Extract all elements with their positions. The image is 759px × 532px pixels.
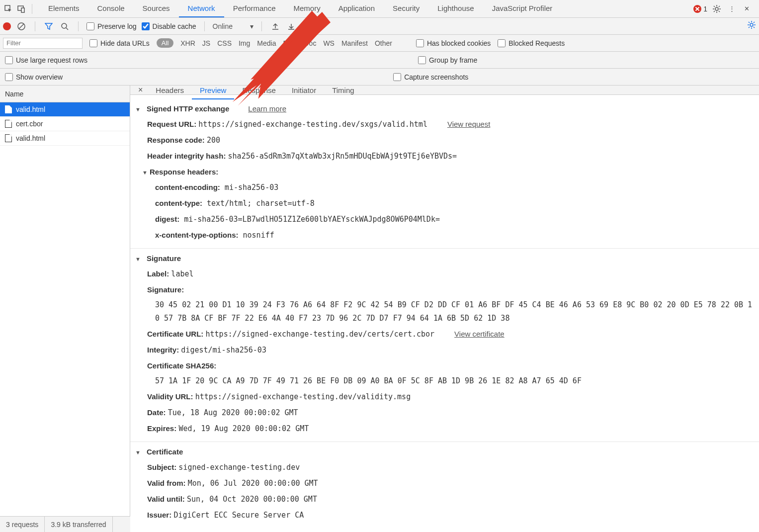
main-tab-network[interactable]: Network [179,0,224,17]
device-toggle-icon[interactable] [16,3,27,14]
header-integrity-label: Header integrity hash: [147,152,226,160]
filter-type-media[interactable]: Media [257,39,276,47]
options-row-2: Show overview Capture screenshots [0,69,759,86]
filter-bar: Hide data URLs All XHRJSCSSImgMediaFontD… [0,35,759,52]
requests-header[interactable]: Name [0,86,130,102]
detail-tabs: × HeadersPreviewResponseInitiatorTiming [130,86,759,95]
throttling-value: Online [213,22,233,30]
main-tab-lighthouse[interactable]: Lighthouse [428,0,483,17]
request-name: valid.html [16,134,45,142]
main-tab-console[interactable]: Console [88,0,134,17]
response-header-row: content-encoding: mi-sha256-03 [130,179,759,195]
filter-type-ws[interactable]: WS [323,39,335,47]
view-certificate-link[interactable]: View certificate [454,330,505,338]
main-tab-elements[interactable]: Elements [39,0,88,17]
close-detail-button[interactable]: × [133,86,148,94]
record-button[interactable] [3,22,11,30]
disable-cache-checkbox[interactable]: Disable cache [142,22,196,30]
filter-type-doc[interactable]: Doc [304,39,316,47]
view-request-link[interactable]: View request [447,120,490,128]
main-tab-memory[interactable]: Memory [285,0,330,17]
show-overview-label: Show overview [16,73,63,81]
error-count-badge[interactable]: 1 [693,5,707,13]
filter-toggle-icon[interactable] [43,21,54,32]
svg-line-11 [719,11,720,12]
main-tab-application[interactable]: Application [330,0,384,17]
hide-data-urls-checkbox[interactable]: Hide data URLs [89,39,150,47]
header-key: digest: [155,215,179,223]
throttling-select[interactable]: Online ▾ [213,22,254,30]
learn-more-link[interactable]: Learn more [248,102,286,115]
blocked-requests-checkbox[interactable]: Blocked Requests [498,39,565,47]
cert-url-v: https://signed-exchange-testing.dev/cert… [206,330,435,339]
file-icon [5,134,12,142]
main-tab-javascript-profiler[interactable]: JavaScript Profiler [483,0,562,17]
more-menu-icon[interactable]: ⋮ [726,3,737,14]
response-header-row: content-type: text/html; charset=utf-8 [130,195,759,211]
search-icon[interactable] [59,21,70,32]
use-large-rows-label: Use large request rows [16,56,87,64]
certificate-header[interactable]: Certificate [130,444,759,459]
integrity-k: Integrity: [147,346,179,354]
divider [35,21,35,31]
filter-type-manifest[interactable]: Manifest [341,39,368,47]
section-signature: Signature Label: label Signature: 30 45 … [130,249,759,442]
request-item[interactable]: valid.html [0,102,130,117]
capture-screenshots-checkbox[interactable]: Capture screenshots [393,73,468,81]
group-by-frame-checkbox[interactable]: Group by frame [418,56,477,64]
inspect-icon[interactable] [3,3,14,14]
response-headers-header[interactable]: Response headers: [130,164,759,179]
import-har-icon[interactable] [270,21,281,32]
header-value: nosniff [238,231,274,240]
export-har-icon[interactable] [286,21,297,32]
cert-sha-k: Certificate SHA256: [147,361,216,370]
capture-screenshots-label: Capture screenshots [404,73,468,81]
status-transferred: 3.9 kB transferred [45,517,112,532]
request-url-value: https://signed-exchange-testing.dev/sxgs… [198,120,427,129]
main-tab-performance[interactable]: Performance [224,0,285,17]
clear-button[interactable] [16,21,27,32]
valid-from-k: Valid from: [147,479,186,487]
request-name: cert.cbor [16,120,43,128]
blocked-requests-label: Blocked Requests [508,39,565,47]
preserve-log-checkbox[interactable]: Preserve log [86,22,137,30]
status-bar: 3 requests 3.9 kB transferred [0,516,130,532]
integrity-v: digest/mi-sha256-03 [181,346,266,355]
filter-type-css[interactable]: CSS [217,39,232,47]
svg-point-16 [62,23,67,28]
sig-label-k: Label: [147,269,169,278]
certificate-title: Certificate [147,445,183,458]
request-item[interactable]: cert.cbor [0,117,130,131]
filter-input[interactable] [3,38,83,49]
filter-type-other[interactable]: Other [375,39,392,47]
request-item[interactable]: valid.html [0,131,130,146]
filter-type-font[interactable]: Font [283,39,297,47]
date-v: Tue, 18 Aug 2020 00:00:02 GMT [168,408,298,417]
header-value: text/html; charset=utf-8 [202,199,315,208]
sxg-header[interactable]: Signed HTTP exchange Learn more [130,101,759,116]
validity-url-k: Validity URL: [147,392,193,401]
request-url-label: Request URL: [147,120,196,128]
close-devtools-icon[interactable]: ✕ [741,3,752,14]
filter-type-img[interactable]: Img [239,39,250,47]
requests-list: valid.htmlcert.cborvalid.html [0,102,130,532]
filter-type-js[interactable]: JS [202,39,210,47]
disable-cache-label: Disable cache [153,22,196,30]
file-icon [5,120,12,128]
svg-line-23 [749,22,750,23]
network-settings-icon[interactable] [747,20,756,32]
filter-type-xhr[interactable]: XHR [180,39,195,47]
request-name: valid.html [16,105,45,113]
settings-icon[interactable] [711,3,722,14]
use-large-rows-checkbox[interactable]: Use large request rows [5,56,87,64]
has-blocked-cookies-checkbox[interactable]: Has blocked cookies [416,39,491,47]
signature-header[interactable]: Signature [130,251,759,266]
filter-type-all[interactable]: All [157,38,173,48]
issuer-v: DigiCert ECC Secure Server CA [173,511,304,520]
svg-line-24 [754,27,755,28]
main-tab-security[interactable]: Security [384,0,428,17]
hide-data-urls-label: Hide data URLs [100,39,150,47]
main-tab-sources[interactable]: Sources [134,0,179,17]
show-overview-checkbox[interactable]: Show overview [5,73,63,81]
section-sxg: Signed HTTP exchange Learn more Request … [130,99,759,249]
